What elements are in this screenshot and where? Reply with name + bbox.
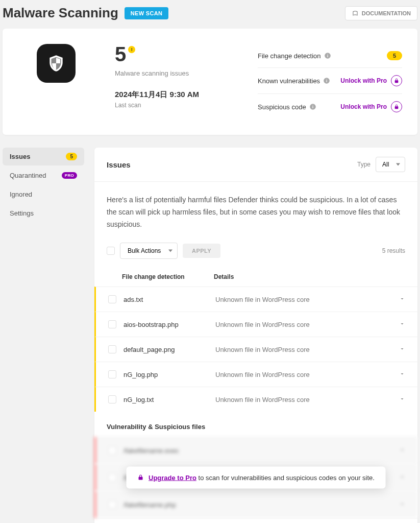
row-checkbox (108, 501, 116, 509)
sidebar-item-settings[interactable]: Settings (3, 204, 84, 222)
blurred-row: /fakefilename.php (94, 491, 417, 518)
issue-row[interactable]: nG_log.txt Unknown file in WordPress cor… (94, 387, 417, 412)
chevron-down-icon (399, 474, 405, 480)
sidebar: Issues 5 Quarantined PRO Ignored Setting… (3, 148, 84, 523)
lock-icon (391, 101, 402, 112)
issues-badge: 5 (66, 153, 77, 160)
sidebar-item-label: Settings (10, 209, 34, 217)
documentation-button[interactable]: DOCUMENTATION (345, 6, 417, 20)
issue-file-name: nG_log.txt (123, 396, 215, 403)
issue-row[interactable]: nG_log.php Unknown file in WordPress cor… (94, 362, 417, 387)
column-file-header: File change detection (122, 273, 214, 280)
bulk-actions-select[interactable]: Bulk Actions (120, 243, 178, 259)
vuln-section-title: Vulnerability & Suspicious files (94, 412, 417, 437)
warning-badge-icon: ! (128, 46, 135, 53)
chevron-down-icon (399, 447, 405, 453)
last-scan-label: Last scan (115, 102, 237, 109)
issue-row[interactable]: aios-bootstrap.php Unknown file in WordP… (94, 312, 417, 337)
chevron-down-icon[interactable] (399, 396, 405, 402)
stat-known-vuln-label: Known vulnerabilities (258, 77, 320, 85)
row-checkbox[interactable] (108, 295, 116, 303)
summary-card: 5 ! Malware scanning issues 2024年11月4日 9… (3, 29, 417, 135)
issue-details: Unknown file in WordPress core (215, 396, 390, 403)
apply-button[interactable]: APPLY (183, 244, 220, 258)
info-icon[interactable] (309, 103, 316, 110)
sidebar-item-issues[interactable]: Issues 5 (3, 148, 84, 165)
results-count-bottom: 5 results (94, 518, 417, 523)
book-icon (352, 10, 359, 17)
panel-title: Issues (107, 160, 131, 169)
chevron-down-icon (399, 501, 405, 507)
issue-details: Unknown file in WordPress core (215, 346, 390, 353)
results-count-top: 5 results (382, 247, 405, 254)
blurred-file-name: /fakefilename.exec (123, 447, 215, 455)
table-header: File change detection Details (94, 267, 417, 287)
issue-file-name: aios-bootstrap.php (123, 321, 215, 328)
svg-point-5 (326, 79, 327, 79)
sidebar-item-label: Issues (10, 153, 30, 160)
documentation-label: DOCUMENTATION (362, 10, 411, 16)
stat-suspicious-label: Suspicious code (258, 103, 306, 111)
sidebar-item-label: Quarantined (10, 172, 46, 179)
row-checkbox[interactable] (108, 345, 116, 353)
stat-file-change-label: File change detection (258, 52, 321, 60)
issues-panel: Issues Type All Here's a list of potenti… (94, 148, 417, 523)
sidebar-item-quarantined[interactable]: Quarantined PRO (3, 167, 84, 184)
unlock-pro-link[interactable]: Unlock with Pro (340, 103, 387, 110)
sidebar-item-label: Ignored (10, 191, 32, 198)
last-scan-time: 2024年11月4日 9:30 AM (115, 90, 237, 100)
svg-rect-4 (327, 80, 327, 82)
issue-file-name: default_page.png (123, 346, 215, 353)
row-checkbox[interactable] (108, 395, 116, 403)
chevron-down-icon[interactable] (399, 296, 405, 302)
panel-description: Here's a list of potentially harmful fil… (94, 182, 417, 243)
chevron-down-icon[interactable] (399, 371, 405, 377)
file-change-badge: 5 (387, 51, 402, 60)
type-filter-select[interactable]: All (376, 157, 405, 172)
blurred-row: /fakefilename.exec (94, 437, 417, 464)
select-all-checkbox[interactable] (107, 247, 115, 255)
blurred-section: /fakefilename.exec /fakefilename.sss /fa… (94, 437, 417, 518)
upgrade-overlay: Upgrade to Pro to scan for vulnerabiliti… (126, 466, 386, 488)
issue-count: 5 (115, 44, 126, 64)
issue-details: Unknown file in WordPress core (215, 371, 390, 378)
sidebar-item-ignored[interactable]: Ignored (3, 185, 84, 203)
info-icon[interactable] (323, 77, 330, 84)
row-checkbox[interactable] (108, 320, 116, 328)
row-checkbox (108, 473, 116, 482)
new-scan-button[interactable]: NEW SCAN (125, 7, 168, 19)
issue-row[interactable]: ads.txt Unknown file in WordPress core (94, 287, 417, 312)
lock-icon (391, 75, 402, 86)
shield-icon (37, 44, 76, 83)
pro-badge: PRO (62, 172, 77, 179)
svg-rect-1 (327, 55, 328, 57)
issue-count-label: Malware scanning issues (115, 69, 237, 77)
issue-row[interactable]: default_page.png Unknown file in WordPre… (94, 337, 417, 362)
issue-file-name: nG_log.php (123, 371, 215, 378)
info-icon[interactable] (324, 52, 331, 59)
column-details-header: Details (214, 273, 390, 280)
type-filter-label: Type (357, 161, 370, 168)
upgrade-text: to scan for vulnerabilities and suspicio… (196, 473, 375, 481)
lock-icon (137, 474, 143, 481)
svg-point-2 (327, 54, 328, 54)
issue-file-name: ads.txt (123, 296, 215, 303)
unlock-pro-link[interactable]: Unlock with Pro (340, 77, 387, 84)
chevron-down-icon[interactable] (399, 346, 405, 352)
svg-point-8 (312, 105, 313, 105)
row-checkbox[interactable] (108, 370, 116, 378)
svg-rect-7 (312, 106, 313, 108)
page-title: Malware Scanning (3, 5, 118, 21)
chevron-down-icon[interactable] (399, 321, 405, 327)
issue-details: Unknown file in WordPress core (215, 296, 390, 303)
issue-details: Unknown file in WordPress core (215, 321, 390, 328)
upgrade-pro-link[interactable]: Upgrade to Pro (149, 473, 196, 481)
row-checkbox (108, 446, 116, 455)
blurred-file-name: /fakefilename.php (123, 501, 215, 509)
